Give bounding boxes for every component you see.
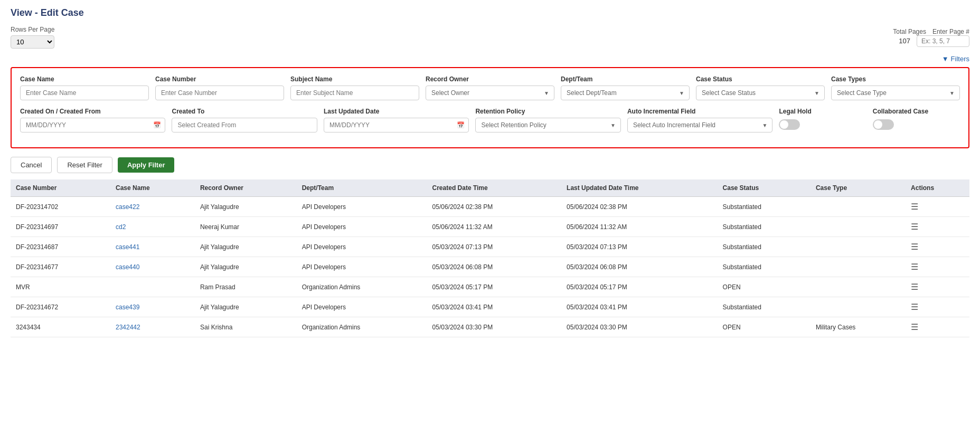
cell-record-owner: Neeraj Kumar	[195, 217, 297, 237]
created-to-input[interactable]	[172, 118, 317, 132]
cell-actions[interactable]: ☰	[906, 297, 969, 317]
collaborated-case-toggle[interactable]	[873, 119, 894, 130]
created-on-input[interactable]	[20, 118, 165, 132]
cell-actions[interactable]: ☰	[906, 277, 969, 297]
actions-menu-icon[interactable]: ☰	[911, 302, 918, 311]
cell-record-owner: Ajit Yalagudre	[195, 237, 297, 257]
cell-case-name[interactable]	[110, 277, 195, 297]
retention-policy-select[interactable]: Select Retention Policy	[475, 118, 620, 132]
apply-filter-button[interactable]: Apply Filter	[118, 157, 175, 173]
cell-record-owner: Ajit Yalagudre	[195, 297, 297, 317]
cell-case-status: Substantiated	[718, 237, 811, 257]
filter-legal-hold-label: Legal Hold	[779, 108, 866, 115]
filter-case-types-label: Case Types	[831, 75, 960, 83]
cell-dept-team: API Developers	[297, 257, 427, 277]
cell-actions[interactable]: ☰	[906, 257, 969, 277]
cell-case-name[interactable]: case439	[110, 297, 195, 317]
page-header: View - Edit Case	[0, 0, 980, 22]
cell-dept-team: API Developers	[297, 217, 427, 237]
case-name-input[interactable]	[20, 86, 149, 100]
col-case-status: Case Status	[718, 179, 811, 197]
record-owner-select[interactable]: Select Owner	[426, 86, 554, 100]
actions-menu-icon[interactable]: ☰	[911, 323, 918, 332]
actions-menu-icon[interactable]: ☰	[911, 202, 918, 211]
cell-created-date-time: 05/06/2024 02:38 PM	[427, 197, 562, 217]
case-number-input[interactable]	[155, 86, 284, 100]
filter-retention-policy-label: Retention Policy	[475, 108, 620, 115]
cell-case-name[interactable]: 2342442	[110, 317, 195, 337]
cell-last-updated-date-time: 05/06/2024 02:38 PM	[561, 197, 718, 217]
legal-hold-slider	[779, 119, 800, 130]
actions-menu-icon[interactable]: ☰	[911, 222, 918, 231]
actions-menu-icon[interactable]: ☰	[911, 242, 918, 251]
cell-case-number: DF-202314702	[11, 197, 110, 217]
filter-case-status: Case Status Select Case Status	[696, 75, 825, 100]
filter-case-number: Case Number	[155, 75, 284, 100]
cell-last-updated-date-time: 05/03/2024 05:17 PM	[561, 277, 718, 297]
enter-page-label: Enter Page #	[932, 28, 969, 35]
cell-case-type	[811, 197, 906, 217]
cell-case-number: DF-202314672	[11, 297, 110, 317]
filters-toggle-label: Filters	[951, 55, 969, 63]
cell-case-name[interactable]: case440	[110, 257, 195, 277]
actions-menu-icon[interactable]: ☰	[911, 262, 918, 271]
page-title: View - Edit Case	[11, 7, 969, 18]
cases-table-container: Case Number Case Name Record Owner Dept/…	[0, 179, 980, 348]
cell-case-status: OPEN	[718, 317, 811, 337]
filter-dept-team-label: Dept/Team	[561, 75, 690, 83]
cell-created-date-time: 05/03/2024 07:13 PM	[427, 237, 562, 257]
case-status-select[interactable]: Select Case Status	[696, 86, 825, 100]
filter-collaborated-case-label: Collaborated Case	[873, 108, 960, 115]
cell-record-owner: Ram Prasad	[195, 277, 297, 297]
col-case-name: Case Name	[110, 179, 195, 197]
cell-case-name[interactable]: cd2	[110, 217, 195, 237]
auto-incremental-select[interactable]: Select Auto Incremental Field	[627, 118, 772, 132]
cell-last-updated-date-time: 05/03/2024 07:13 PM	[561, 237, 718, 257]
filter-dept-team: Dept/Team Select Dept/Team	[561, 75, 690, 100]
cell-case-number: DF-202314677	[11, 257, 110, 277]
case-types-select[interactable]: Select Case Type	[831, 86, 960, 100]
table-row: DF-202314672 case439 Ajit Yalagudre API …	[11, 297, 969, 317]
rows-per-page-label: Rows Per Page	[11, 26, 54, 33]
total-pages-label: Total Pages	[893, 28, 926, 35]
table-row: DF-202314687 case441 Ajit Yalagudre API …	[11, 237, 969, 257]
enter-page-input[interactable]	[917, 35, 969, 47]
cell-dept-team: API Developers	[297, 237, 427, 257]
col-case-number: Case Number	[11, 179, 110, 197]
cell-dept-team: Organization Admins	[297, 277, 427, 297]
last-updated-input[interactable]	[324, 118, 469, 132]
cell-record-owner: Ajit Yalagudre	[195, 197, 297, 217]
reset-filter-button[interactable]: Reset Filter	[57, 157, 112, 173]
cancel-button[interactable]: Cancel	[11, 157, 52, 173]
col-case-type: Case Type	[811, 179, 906, 197]
filter-subject-name-label: Subject Name	[290, 75, 419, 83]
cell-case-name[interactable]: case441	[110, 237, 195, 257]
cell-created-date-time: 05/03/2024 03:30 PM	[427, 317, 562, 337]
cell-case-name[interactable]: case422	[110, 197, 195, 217]
cell-record-owner: Ajit Yalagudre	[195, 257, 297, 277]
filters-toggle-button[interactable]: ▼ Filters	[942, 55, 969, 63]
subject-name-input[interactable]	[290, 86, 419, 100]
cell-actions[interactable]: ☰	[906, 197, 969, 217]
actions-menu-icon[interactable]: ☰	[911, 282, 918, 291]
table-row: MVR Ram Prasad Organization Admins 05/03…	[11, 277, 969, 297]
table-row: 3243434 2342442 Sai Krishna Organization…	[11, 317, 969, 337]
dept-team-select[interactable]: Select Dept/Team	[561, 86, 690, 100]
cell-created-date-time: 05/03/2024 05:17 PM	[427, 277, 562, 297]
cell-created-date-time: 05/06/2024 11:32 AM	[427, 217, 562, 237]
cell-actions[interactable]: ☰	[906, 237, 969, 257]
filter-auto-incremental: Auto Incremental Field Select Auto Incre…	[627, 108, 772, 132]
filter-record-owner-label: Record Owner	[426, 75, 554, 83]
cell-case-type	[811, 217, 906, 237]
cell-actions[interactable]: ☰	[906, 317, 969, 337]
cell-case-number: DF-202314697	[11, 217, 110, 237]
cell-actions[interactable]: ☰	[906, 217, 969, 237]
filter-record-owner: Record Owner Select Owner	[426, 75, 554, 100]
filter-last-updated-label: Last Updated Date	[324, 108, 469, 115]
cell-case-status: OPEN	[718, 277, 811, 297]
legal-hold-toggle[interactable]	[779, 119, 800, 130]
cell-case-number: 3243434	[11, 317, 110, 337]
cell-last-updated-date-time: 05/03/2024 03:30 PM	[561, 317, 718, 337]
filter-created-on-label: Created On / Created From	[20, 108, 165, 115]
rows-per-page-select[interactable]: 10 25 50 100	[11, 35, 54, 49]
